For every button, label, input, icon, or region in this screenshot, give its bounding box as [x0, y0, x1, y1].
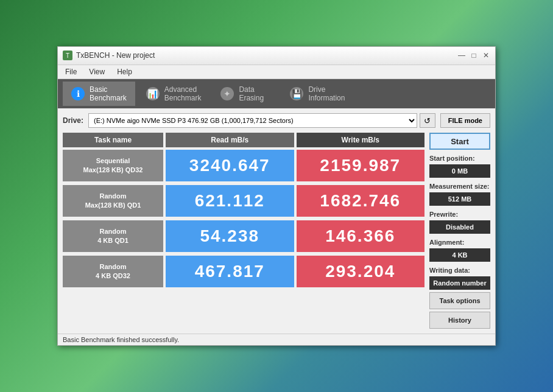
- task-options-button[interactable]: Task options: [429, 292, 490, 309]
- drive-select[interactable]: (E:) NVMe aigo NVMe SSD P3 476.92 GB (1,…: [88, 113, 417, 128]
- benchmark-area: Task name Read mB/s Write mB/s Sequentia…: [63, 133, 424, 329]
- task-name-random4qd32-text: Random4 KB QD32: [96, 262, 130, 281]
- title-controls: — □ ✕: [457, 51, 490, 60]
- status-bar: Basic Benchmark finished successfully.: [58, 334, 495, 345]
- title-bar: T TxBENCH - New project — □ ✕: [58, 47, 495, 65]
- content-area: Drive: (E:) NVMe aigo NVMe SSD P3 476.92…: [58, 108, 495, 334]
- measurement-size-label: Measurement size:: [429, 183, 490, 190]
- sidebar: Start Start position: 0 MB Measurement s…: [429, 133, 490, 329]
- writing-data-value: Random number: [429, 276, 490, 290]
- drive-select-wrapper: (E:) NVMe aigo NVMe SSD P3 476.92 GB (1,…: [88, 113, 435, 128]
- read-random128: 621.112: [166, 185, 294, 217]
- tab-basic-label1: Basic: [90, 85, 127, 94]
- alignment-label: Alignment:: [429, 239, 490, 246]
- read-random4qd1: 54.238: [166, 220, 294, 252]
- title-bar-left: T TxBENCH - New project: [63, 51, 155, 60]
- write-sequential: 2159.987: [297, 150, 425, 181]
- write-random4qd1: 146.366: [297, 220, 425, 252]
- task-name-sequential-text: SequentialMax(128 KB) QD32: [83, 156, 143, 175]
- table-row: Random4 KB QD32 467.817 293.204: [63, 256, 424, 287]
- tab-erasing-label1: Data: [239, 85, 264, 94]
- task-name-random4qd32: Random4 KB QD32: [63, 256, 163, 287]
- writing-data-label: Writing data:: [429, 267, 490, 274]
- task-name-random4qd1: Random4 KB QD1: [63, 220, 163, 252]
- refresh-button[interactable]: ↺: [420, 113, 435, 128]
- header-read: Read mB/s: [166, 133, 294, 147]
- tab-data-erasing[interactable]: ✦ Data Erasing: [212, 82, 279, 107]
- task-name-random128: RandomMax(128 KB) QD1: [63, 185, 163, 217]
- header-write: Write mB/s: [297, 133, 425, 147]
- start-position-label: Start position:: [429, 155, 490, 162]
- tab-basic-label2: Benchmark: [90, 94, 127, 102]
- drive-label: Drive:: [63, 116, 83, 125]
- menu-view[interactable]: View: [86, 66, 107, 77]
- tab-advanced-label2: Benchmark: [164, 94, 202, 102]
- toolbar: ℹ Basic Benchmark 📊 Advanced Benchmark ✦…: [58, 79, 495, 109]
- data-erasing-icon: ✦: [220, 87, 234, 100]
- header-task-name: Task name: [63, 133, 163, 147]
- basic-benchmark-icon: ℹ: [71, 87, 85, 100]
- prewrite-label: Prewrite:: [429, 211, 490, 218]
- tab-advanced-label1: Advanced: [164, 85, 202, 94]
- minimize-button[interactable]: —: [457, 51, 466, 60]
- tab-drive-information[interactable]: 💾 Drive Information: [281, 82, 353, 107]
- tab-erasing-label2: Erasing: [239, 94, 264, 102]
- task-name-sequential: SequentialMax(128 KB) QD32: [63, 150, 163, 181]
- table-row: SequentialMax(128 KB) QD32 3240.647 2159…: [63, 150, 424, 181]
- tab-advanced-benchmark[interactable]: 📊 Advanced Benchmark: [138, 82, 210, 107]
- window-title: TxBENCH - New project: [76, 51, 155, 60]
- task-name-random128-text: RandomMax(128 KB) QD1: [85, 192, 141, 211]
- drive-information-icon: 💾: [290, 87, 303, 100]
- drive-row: Drive: (E:) NVMe aigo NVMe SSD P3 476.92…: [63, 113, 490, 128]
- write-random4qd32: 293.204: [297, 256, 425, 287]
- write-random128: 1682.746: [297, 185, 425, 217]
- advanced-benchmark-icon: 📊: [146, 87, 160, 100]
- history-button[interactable]: History: [429, 312, 490, 329]
- alignment-value: 4 KB: [429, 248, 490, 262]
- start-position-value: 0 MB: [429, 164, 490, 178]
- main-window: T TxBENCH - New project — □ ✕ File View …: [57, 46, 496, 346]
- task-name-random4qd1-text: Random4 KB QD1: [97, 227, 129, 246]
- menu-bar: File View Help: [58, 65, 495, 79]
- tab-drive-label1: Drive: [308, 85, 345, 94]
- read-random4qd32: 467.817: [166, 256, 294, 287]
- table-row: RandomMax(128 KB) QD1 621.112 1682.746: [63, 185, 424, 217]
- app-icon: T: [63, 51, 72, 60]
- close-button[interactable]: ✕: [482, 51, 490, 60]
- prewrite-value: Disabled: [429, 220, 490, 234]
- tab-drive-label2: Information: [308, 94, 345, 102]
- table-header-row: Task name Read mB/s Write mB/s: [63, 133, 424, 147]
- start-button[interactable]: Start: [429, 133, 490, 150]
- tab-basic-benchmark[interactable]: ℹ Basic Benchmark: [63, 82, 135, 107]
- read-sequential: 3240.647: [166, 150, 294, 181]
- status-text: Basic Benchmark finished successfully.: [63, 336, 179, 343]
- measurement-size-value: 512 MB: [429, 192, 490, 206]
- file-mode-button[interactable]: FILE mode: [440, 113, 490, 128]
- main-layout: Task name Read mB/s Write mB/s Sequentia…: [63, 133, 490, 329]
- table-row: Random4 KB QD1 54.238 146.366: [63, 220, 424, 252]
- menu-help[interactable]: Help: [114, 66, 135, 77]
- maximize-button[interactable]: □: [470, 51, 478, 60]
- menu-file[interactable]: File: [63, 66, 79, 77]
